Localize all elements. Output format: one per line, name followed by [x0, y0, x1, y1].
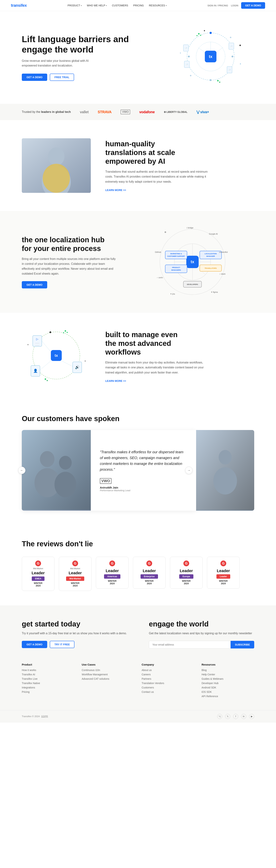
- badge-europe: G Leader Europe WINTER2024: [170, 557, 203, 589]
- workflow-learn-more[interactable]: LEARN MORE >>: [105, 379, 126, 382]
- subscribe-button[interactable]: SUBSCRIBE: [231, 641, 254, 648]
- svg-text:⌿ certn: ⌿ certn: [157, 276, 163, 279]
- person-image: [22, 138, 91, 193]
- badges-row: G Mid-Market Leader EMEA WINTER2024 G Mi…: [22, 557, 254, 591]
- footer-link-blog[interactable]: Blog: [202, 669, 254, 672]
- signin-link[interactable]: SIGN IN / PRICING: [207, 4, 228, 7]
- badge-title-6: Leader: [217, 568, 230, 573]
- badge-season-1: WINTER2024: [34, 582, 42, 587]
- slider-right-arrow[interactable]: →: [185, 467, 193, 474]
- badge-title-5: Leader: [180, 568, 193, 573]
- nav-pricing[interactable]: PRICING: [133, 4, 144, 7]
- footer-link-pricing[interactable]: Pricing: [22, 690, 74, 693]
- footer-link-careers[interactable]: Careers: [142, 673, 194, 676]
- svg-text:+: +: [180, 52, 181, 54]
- logo-vodafone: vodafone: [139, 110, 155, 114]
- hero-graphic: tx 📄 📄 📄 📄 ✦ ✦ +: [174, 28, 243, 87]
- nav-customers[interactable]: CUSTOMERS: [112, 4, 128, 7]
- footer-link-api[interactable]: API Reference: [202, 695, 254, 698]
- logo[interactable]: transifex: [11, 3, 27, 8]
- footer-use-cases-title: Use Cases: [82, 663, 134, 666]
- footer-link-vendors[interactable]: Translation Vendors: [142, 682, 194, 685]
- nav-resources[interactable]: RESOURCES ▾: [149, 4, 167, 7]
- person-illustration: [22, 138, 91, 193]
- footer-link-webinars[interactable]: Guides & Webinars: [202, 677, 254, 680]
- hub-demo-button[interactable]: GET A DEMO: [22, 281, 47, 288]
- footer-link-dev-hub[interactable]: Developer Hub: [202, 682, 254, 685]
- svg-point-97: [213, 467, 237, 495]
- customers-section: Our customers have spoken ←: [0, 400, 276, 525]
- youtube-icon[interactable]: ▶: [249, 714, 254, 719]
- facebook-icon[interactable]: f: [233, 714, 238, 719]
- footer-link-customers[interactable]: Customers: [142, 686, 194, 689]
- svg-point-85: [45, 378, 46, 380]
- translations-title: human-quality translations at scale empo…: [105, 140, 211, 165]
- svg-text:────: ────: [35, 345, 39, 346]
- hero-graphic-container: tx 📄 📄 📄 📄 ✦ ✦ +: [164, 26, 254, 89]
- footer-link-how-it-works[interactable]: How it works: [22, 669, 74, 672]
- footer-link-transifex-native[interactable]: Transifex Native: [22, 682, 74, 685]
- logo-strava: STRAVA: [98, 110, 111, 114]
- g2-logo-6: G: [220, 560, 226, 566]
- hero-trial-button[interactable]: FREE TRIAL: [50, 73, 74, 81]
- footer-link-about[interactable]: About us: [142, 669, 194, 672]
- cta-demo-button[interactable]: GET A DEMO: [22, 641, 47, 648]
- twitter-icon[interactable]: 𝕏: [225, 714, 230, 719]
- svg-point-6: [188, 56, 190, 57]
- footer-link-android[interactable]: Android SDK: [202, 686, 254, 689]
- workflow-illustration: tx ✦ + + ▷ ──── ──── 👤 🔊: [22, 326, 91, 387]
- hero-illustration: tx 📄 📄 📄 📄 ✦ ✦ +: [174, 28, 243, 87]
- badge-ribbon-5: Europe: [179, 574, 193, 579]
- cta-trial-button[interactable]: TRY IT FREE: [50, 641, 75, 648]
- nav-product[interactable]: PRODUCT ▾: [68, 4, 82, 7]
- hero-description: Grow revenue and take your business glob…: [22, 59, 102, 68]
- slider-left-arrow[interactable]: ←: [18, 467, 26, 474]
- footer-link-cat[interactable]: Advanced CAT solutions: [82, 677, 134, 680]
- email-input[interactable]: [149, 641, 231, 648]
- linkedin-icon[interactable]: in: [241, 714, 246, 719]
- svg-point-82: [65, 330, 66, 332]
- hero-left: Lift language barriers and engage the wo…: [22, 34, 129, 81]
- g2-logo-4: G: [146, 560, 152, 566]
- footer-link-transifex-ai[interactable]: Transifex AI: [22, 673, 74, 676]
- footer-link-transifex-live[interactable]: Transifex Live: [22, 677, 74, 680]
- footer-link-integrations[interactable]: Integrations: [22, 686, 74, 689]
- svg-point-33: [43, 164, 70, 193]
- translations-learn-more[interactable]: LEARN MORE >>: [105, 189, 126, 191]
- footer-link-continuous[interactable]: Continuous i10n: [82, 669, 134, 672]
- hub-section: the one localization hub for your entire…: [0, 211, 276, 313]
- svg-text:GitHub: GitHub: [155, 251, 161, 253]
- hero-demo-button[interactable]: GET A DEMO: [22, 73, 47, 81]
- svg-point-86: [47, 380, 48, 381]
- footer-link-ios[interactable]: iOS SDK: [202, 690, 254, 693]
- hub-text: the one localization hub for your entire…: [22, 235, 116, 289]
- get-demo-button[interactable]: GET A DEMO: [241, 2, 265, 9]
- logos-row: vallet STRAVA VWO vodafone ⊕ LIBERTY GLO…: [80, 110, 209, 114]
- svg-text:📄: 📄: [185, 47, 187, 50]
- svg-text:LOCALIZATION: LOCALIZATION: [205, 253, 217, 255]
- badge-leader: G Leader Leader WINTER2024: [207, 557, 240, 589]
- cta-section: get started today Try it yourself with a…: [0, 606, 276, 663]
- hero-section: Lift language barriers and engage the wo…: [0, 11, 276, 104]
- svg-rect-90: [22, 430, 91, 510]
- footer-link-contact[interactable]: Contact us: [142, 690, 194, 693]
- svg-text:📄: 📄: [229, 69, 231, 71]
- cta-left-title: get started today: [22, 620, 127, 628]
- login-link[interactable]: LOGIN: [231, 4, 238, 7]
- footer-company-title: Company: [142, 663, 194, 666]
- svg-text:PRODUCT: PRODUCT: [172, 267, 180, 269]
- nav-who-we-help[interactable]: WHO WE HELP ▾: [87, 4, 107, 7]
- cta-right-desc: Get the latest localization news and tip…: [149, 631, 254, 636]
- github-icon[interactable]: ⌥: [217, 714, 222, 719]
- gdpr-link[interactable]: GDPR: [41, 715, 48, 718]
- svg-point-25: [217, 80, 219, 82]
- footer-link-partners[interactable]: Partners: [142, 677, 194, 680]
- svg-text:✦: ✦: [203, 29, 206, 32]
- footer-link-help[interactable]: Help Center: [202, 673, 254, 676]
- footer-link-workflow[interactable]: Workflow Management: [82, 673, 134, 676]
- cta-right-title: engage the world: [149, 620, 254, 628]
- svg-point-91: [40, 451, 55, 467]
- svg-text:🔊: 🔊: [75, 365, 79, 369]
- testimonial-img-svg: [22, 430, 91, 510]
- svg-point-26: [219, 82, 220, 83]
